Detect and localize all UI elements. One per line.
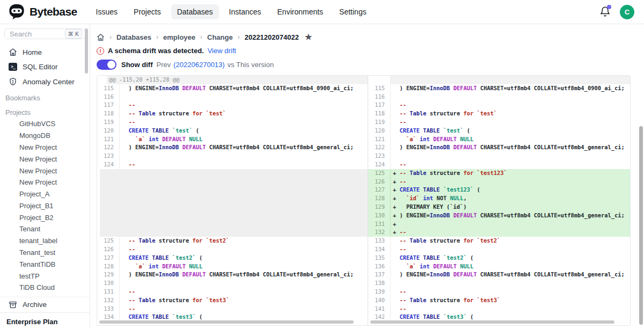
project-item[interactable]: Tenant_test bbox=[0, 247, 90, 259]
diff-line: 130 bbox=[97, 279, 368, 288]
breadcrumb: › Databases › employee › Change › 202212… bbox=[97, 32, 644, 42]
project-item[interactable]: Project_B2 bbox=[0, 211, 90, 223]
search-shortcut-badge: ⌘ K bbox=[65, 29, 82, 39]
diff-line: 122 ) ENGINE=InnoDB DEFAULT CHARSET=utf8… bbox=[97, 143, 368, 152]
diff-line: 129+ PRIMARY KEY (`id`) bbox=[368, 203, 630, 211]
diff-line: 139 -- bbox=[368, 288, 630, 296]
nav-settings[interactable]: Settings bbox=[333, 4, 372, 19]
diff-line: 125+ -- Table structure for `test123` bbox=[368, 169, 630, 178]
sidebar-scrollbar[interactable] bbox=[85, 28, 88, 74]
diff-pane-original[interactable]: @@ -115,20 +115,28 @@115 ) ENGINE=InnoDB… bbox=[97, 76, 368, 325]
line-number: 124 bbox=[97, 160, 120, 169]
diff-pane-modified[interactable]: 115 ) ENGINE=InnoDB DEFAULT CHARSET=utf8… bbox=[368, 76, 630, 325]
sidebar-section-bookmarks[interactable]: Bookmarks bbox=[0, 89, 90, 104]
diff-line: 140 -- Table structure for `test3` bbox=[368, 296, 630, 305]
horizontal-scrollbar-right[interactable] bbox=[370, 320, 614, 324]
line-number: 128 bbox=[368, 194, 391, 203]
line-number: 115 bbox=[368, 84, 391, 93]
line-number: 118 bbox=[368, 109, 391, 118]
code-text bbox=[391, 76, 630, 84]
line-number: 133 bbox=[368, 237, 391, 245]
code-text: -- bbox=[120, 118, 368, 127]
sidebar-item-home[interactable]: Home bbox=[0, 45, 90, 60]
diff-line: 122 ) ENGINE=InnoDB DEFAULT CHARSET=utf8… bbox=[368, 143, 630, 152]
project-item[interactable]: MongoDB bbox=[0, 130, 90, 142]
diff-line: 118 -- Table structure for `test` bbox=[97, 109, 368, 118]
avatar[interactable]: C bbox=[620, 5, 634, 19]
breadcrumb-change[interactable]: Change bbox=[207, 33, 233, 41]
diff-line: 121 `a` int DEFAULT NULL bbox=[368, 135, 630, 144]
bytebase-logo[interactable]: Bytebase bbox=[8, 3, 77, 21]
sidebar-item-archive[interactable]: Archive bbox=[0, 297, 90, 312]
code-text: ) ENGINE=InnoDB DEFAULT CHARSET=utf8mb4 … bbox=[120, 84, 368, 93]
breadcrumb-databases[interactable]: Databases bbox=[116, 33, 151, 41]
line-number: 127 bbox=[97, 254, 120, 262]
diff-line: 136 `a` int DEFAULT NULL bbox=[368, 262, 630, 271]
line-number: 128 bbox=[97, 262, 120, 271]
diff-line: 128+ `id` int NOT NULL, bbox=[368, 194, 630, 203]
code-text: `a` int DEFAULT NULL bbox=[120, 135, 368, 144]
project-item[interactable]: tenant_label bbox=[0, 235, 90, 247]
main-content: › Databases › employee › Change › 202212… bbox=[90, 24, 644, 329]
project-item[interactable]: TiDB Cloud bbox=[0, 282, 90, 294]
nav-databases[interactable]: Databases bbox=[171, 4, 219, 19]
line-number: 118 bbox=[97, 109, 120, 118]
project-item[interactable]: TenantTiDB bbox=[0, 258, 90, 270]
notifications-button[interactable] bbox=[599, 6, 611, 18]
project-item[interactable]: Project_B1 bbox=[0, 200, 90, 211]
project-item[interactable]: Tenant bbox=[0, 223, 90, 235]
nav-issues[interactable]: Issues bbox=[90, 4, 123, 19]
horizontal-scrollbar-left[interactable] bbox=[99, 320, 354, 324]
line-number: 129 bbox=[368, 203, 391, 211]
view-drift-link[interactable]: View drift bbox=[208, 47, 236, 55]
sidebar-item-sql-editor[interactable]: >_ SQL Editor bbox=[0, 60, 90, 74]
project-item[interactable]: testTP bbox=[0, 270, 90, 282]
breadcrumb-employee[interactable]: employee bbox=[163, 33, 195, 41]
show-diff-toggle[interactable] bbox=[97, 60, 116, 70]
line-number: 123 bbox=[97, 152, 120, 160]
line-number: 122 bbox=[368, 143, 391, 152]
prev-version-link[interactable]: (202206270013) bbox=[173, 61, 224, 69]
page-scrollbar[interactable] bbox=[639, 126, 643, 325]
diff-line: 133 -- Table structure for `test2` bbox=[368, 237, 630, 245]
code-text: -- Table structure for `test2` bbox=[120, 237, 368, 245]
diff-line: 119 -- bbox=[97, 118, 368, 127]
line-number: 115 bbox=[97, 84, 120, 93]
nav-projects[interactable]: Projects bbox=[128, 4, 167, 19]
line-number: 130 bbox=[97, 279, 120, 288]
code-text: CREATE TABLE `test2` ( bbox=[120, 254, 368, 262]
line-number: 116 bbox=[368, 93, 391, 101]
line-number: 141 bbox=[368, 305, 391, 313]
project-item[interactable]: New Project bbox=[0, 177, 90, 188]
code-text: + ) ENGINE=InnoDB DEFAULT CHARSET=utf8mb… bbox=[391, 211, 630, 220]
line-number: 134 bbox=[368, 245, 391, 254]
project-item[interactable]: Project_A bbox=[0, 188, 90, 200]
line-number: 140 bbox=[368, 296, 391, 305]
sidebar-item-anomaly-center[interactable]: Anomaly Center bbox=[0, 74, 90, 89]
project-item[interactable]: GitHubVCS bbox=[0, 118, 90, 130]
line-number: 132 bbox=[368, 228, 391, 237]
code-text: + -- bbox=[391, 228, 630, 237]
diff-line: 127 CREATE TABLE `test2` ( bbox=[97, 254, 368, 262]
diff-line: 120 CREATE TABLE `test` ( bbox=[97, 127, 368, 135]
vs-this-version-label: vs This version bbox=[228, 61, 274, 69]
code-text bbox=[120, 93, 368, 101]
star-icon[interactable]: ★ bbox=[305, 32, 312, 42]
code-text: ) ENGINE=InnoDB DEFAULT CHARSET=utf8mb4 … bbox=[120, 143, 368, 152]
line-number: 126 bbox=[368, 178, 391, 186]
archive-icon bbox=[9, 301, 17, 309]
project-item[interactable]: New Project bbox=[0, 153, 90, 165]
code-text: ) ENGINE=InnoDB DEFAULT CHARSET=utf8mb4 … bbox=[391, 270, 630, 279]
project-item[interactable]: New Project bbox=[0, 142, 90, 153]
home-icon[interactable] bbox=[97, 33, 105, 41]
nav-environments[interactable]: Environments bbox=[272, 4, 330, 19]
diff-editor: @@ -115,20 +115,28 @@115 ) ENGINE=InnoDB… bbox=[97, 75, 631, 326]
nav-instances[interactable]: Instances bbox=[223, 4, 267, 19]
sidebar-item-label: Home bbox=[23, 48, 42, 56]
sidebar-section-projects[interactable]: Projects bbox=[0, 104, 90, 118]
project-item[interactable]: New Project bbox=[0, 165, 90, 177]
diff-line: 116 bbox=[368, 93, 630, 101]
line-number: 123 bbox=[368, 152, 391, 160]
search-input[interactable]: Search ⌘ K bbox=[4, 28, 85, 39]
code-text bbox=[120, 279, 368, 288]
